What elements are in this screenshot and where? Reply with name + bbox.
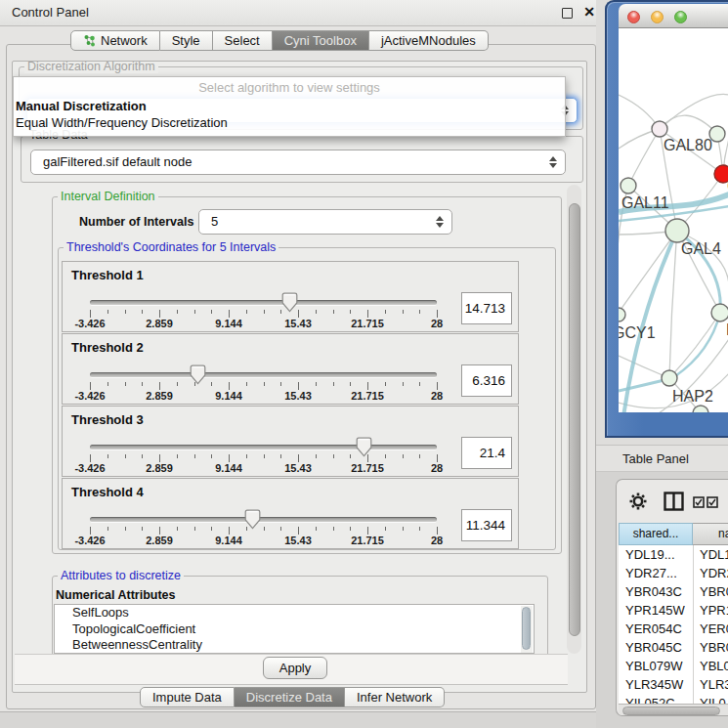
- network-canvas[interactable]: GAL80GCGAL11GAL4GCY1HHAP2: [619, 28, 728, 412]
- tick-label: 2.859: [134, 390, 185, 402]
- tab-impute-data[interactable]: Impute Data: [140, 687, 235, 707]
- tab-label: Network: [101, 31, 148, 50]
- table-row[interactable]: YBL079WYBL0: [619, 657, 728, 675]
- tick-mark: [367, 310, 368, 318]
- tab-cyni-toolbox[interactable]: Cyni Toolbox: [273, 30, 369, 51]
- window-minimize-button[interactable]: [651, 11, 664, 23]
- cell-name: YPR1: [693, 601, 728, 620]
- split-columns-icon[interactable]: [664, 492, 684, 511]
- node-label: HAP2: [672, 388, 713, 405]
- window-close-button[interactable]: [627, 11, 640, 23]
- tick-mark: [385, 310, 386, 314]
- table-row[interactable]: YDL19...YDL1: [619, 545, 728, 564]
- discretization-algorithm-label: Discretization Algorithm: [24, 61, 158, 73]
- attribute-item-betweennesscentrality[interactable]: BetweennessCentrality: [55, 637, 534, 654]
- gear-icon[interactable]: [628, 492, 648, 511]
- threshold-slider-knob[interactable]: [190, 364, 206, 385]
- network-node-gal4[interactable]: [665, 219, 689, 242]
- attribute-item-topologicalcoefficient[interactable]: TopologicalCoefficient: [55, 621, 534, 638]
- network-node-gal80[interactable]: [652, 121, 667, 137]
- tick-label: 21.715: [342, 318, 393, 329]
- network-node-hap2[interactable]: [662, 370, 677, 386]
- apply-button[interactable]: Apply: [263, 657, 327, 679]
- tick-mark: [298, 382, 299, 390]
- column-header-name[interactable]: name: [693, 523, 728, 545]
- table-row[interactable]: YBR045CYBR0: [619, 638, 728, 657]
- tick-label: 2.859: [134, 318, 185, 329]
- scrollbar-thumb[interactable]: [522, 607, 531, 650]
- checkbox-icon[interactable]: [707, 496, 718, 508]
- threshold-value-field[interactable]: 21.4: [461, 437, 512, 469]
- tick-mark: [419, 382, 420, 386]
- numerical-attributes-list[interactable]: SelfLoopsTopologicalCoefficientBetweenne…: [54, 604, 535, 654]
- tick-mark: [350, 382, 351, 386]
- attribute-item-selfloops[interactable]: SelfLoops: [55, 605, 534, 621]
- threshold-value-field[interactable]: 14.713: [461, 292, 512, 324]
- cell-shared-name: YDL19...: [619, 545, 693, 564]
- table-horizontal-scrollbar[interactable]: [619, 704, 728, 716]
- tick-label: 15.43: [273, 390, 323, 402]
- threshold-slider-knob[interactable]: [244, 509, 261, 530]
- table-row[interactable]: YER054CYER0: [619, 620, 728, 638]
- table-row[interactable]: YDR27...YDR2: [619, 564, 728, 582]
- tick-mark: [142, 454, 143, 458]
- tab-select[interactable]: Select: [213, 30, 273, 51]
- column-header-shared-name[interactable]: shared...: [619, 523, 693, 545]
- tick-mark: [159, 527, 160, 535]
- tick-mark: [333, 454, 334, 458]
- panel-vertical-scrollbar[interactable]: [567, 185, 581, 654]
- cell-name: YBL0: [693, 657, 728, 675]
- close-panel-icon[interactable]: ✕: [583, 4, 595, 20]
- scrollbar-thumb[interactable]: [622, 707, 720, 715]
- tick-label: 2.859: [134, 535, 185, 546]
- network-node-c[interactable]: [714, 165, 728, 183]
- table-rows: YDL19...YDL1YDR27...YDR2YBR043CYBR0YPR14…: [619, 545, 728, 704]
- tab-label: Style: [172, 31, 200, 50]
- tick-mark: [350, 454, 351, 458]
- tick-mark: [159, 454, 160, 462]
- threshold-slider-track[interactable]: [90, 300, 437, 305]
- network-node-g[interactable]: [709, 126, 725, 142]
- threshold-slider-knob[interactable]: [281, 292, 298, 313]
- tick-mark: [316, 454, 317, 458]
- network-node-gcy1[interactable]: [619, 308, 625, 321]
- tick-label: 28: [411, 390, 462, 402]
- tick-mark: [298, 454, 299, 462]
- threshold-slider-knob[interactable]: [356, 437, 372, 457]
- threshold-slider-track[interactable]: [90, 445, 437, 450]
- tab-network[interactable]: Network: [70, 30, 160, 51]
- tab-discretize-data[interactable]: Discretize Data: [235, 687, 345, 707]
- table-row[interactable]: YPR145WYPR1: [619, 601, 728, 620]
- checkbox-icon[interactable]: [693, 496, 705, 508]
- network-window-titlebar[interactable]: [619, 4, 728, 28]
- threshold-slider-track[interactable]: [90, 517, 437, 522]
- tick-mark: [229, 382, 230, 390]
- threshold-label: Threshold 4: [71, 485, 144, 499]
- threshold-value-field[interactable]: 11.344: [461, 509, 512, 541]
- combo-stepper-icon: [436, 216, 444, 228]
- table-data-combobox[interactable]: galFiltered.sif default node: [30, 150, 566, 175]
- dropdown-option-manual-discretization[interactable]: Manual Discretization: [14, 98, 565, 114]
- number-of-intervals-combobox[interactable]: 5: [198, 209, 452, 235]
- tick-mark: [264, 454, 265, 458]
- tab-infer-network[interactable]: Infer Network: [345, 687, 445, 707]
- threshold-label: Threshold 1: [71, 268, 144, 282]
- table-row[interactable]: YBR043CYBR0: [619, 582, 728, 601]
- threshold-value-field[interactable]: 6.316: [461, 364, 512, 397]
- threshold-slider-track[interactable]: [90, 372, 437, 377]
- tick-label: 15.43: [273, 535, 323, 546]
- cell-shared-name: YDR27...: [619, 564, 693, 582]
- table-panel-title: Table Panel: [622, 446, 689, 472]
- network-node-gal11[interactable]: [621, 178, 636, 193]
- tab-style[interactable]: Style: [160, 30, 213, 51]
- table-row[interactable]: YIL052CYIL0: [619, 694, 728, 704]
- window-zoom-button[interactable]: [674, 11, 687, 23]
- network-node-h[interactable]: [711, 304, 728, 321]
- tab-jactivemnodules[interactable]: jActiveMNodules: [369, 30, 489, 51]
- cell-shared-name: YBR045C: [619, 638, 693, 657]
- scrollbar-thumb[interactable]: [569, 203, 580, 636]
- float-panel-icon[interactable]: [562, 8, 573, 19]
- dropdown-option-equal-width-frequency[interactable]: Equal Width/Frequency Discretization: [14, 114, 565, 131]
- table-row[interactable]: YLR345WYLR3: [619, 675, 728, 694]
- list-vertical-scrollbar[interactable]: [521, 606, 533, 654]
